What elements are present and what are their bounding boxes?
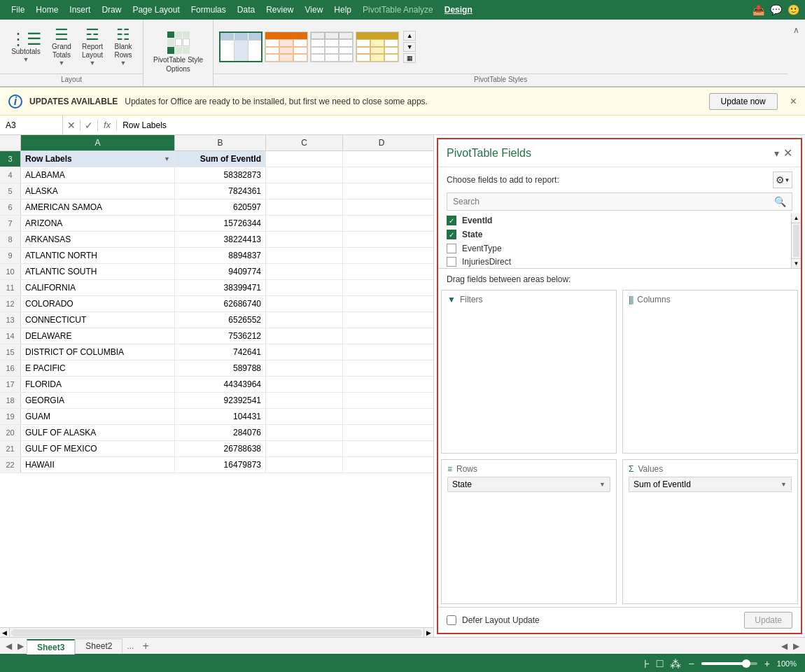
cell-c[interactable]	[266, 328, 343, 344]
cell-a[interactable]: ATLANTIC SOUTH	[21, 264, 175, 279]
cell-a[interactable]: FLORIDA	[21, 377, 175, 392]
menu-review[interactable]: Review	[260, 4, 299, 16]
page-layout-view-icon[interactable]: □	[657, 657, 664, 670]
cell-c[interactable]	[266, 296, 343, 312]
formula-enter-icon[interactable]: ✓	[80, 120, 98, 131]
cell-d[interactable]	[343, 457, 420, 472]
cell-d[interactable]	[343, 183, 420, 199]
cell-a[interactable]: GULF OF ALASKA	[21, 425, 175, 440]
pivot-style-options-button[interactable]: PivotTable StyleOptions	[149, 29, 207, 76]
page-break-view-icon[interactable]: ⁂	[670, 657, 681, 671]
grand-totals-button[interactable]: ☰ GrandTotals ▼	[48, 24, 76, 69]
cell-c[interactable]	[266, 425, 343, 440]
sheet-body[interactable]: 3Row Labels▼Sum of EventId4ALABAMA583828…	[0, 151, 433, 627]
cell-a[interactable]: ARKANSAS	[21, 232, 175, 247]
update-now-button[interactable]: Update now	[709, 93, 778, 110]
cell-reference-box[interactable]: A3	[0, 115, 63, 134]
tab-sheet3[interactable]: Sheet3	[27, 639, 75, 654]
cell-b[interactable]: 589788	[175, 360, 266, 376]
collapse-ribbon-button[interactable]: ∧	[788, 22, 805, 38]
tab-scroll-right[interactable]: ▶	[790, 641, 802, 651]
field-eventid-checkbox[interactable]: ✓	[447, 216, 456, 225]
cell-d[interactable]	[343, 377, 420, 392]
cell-a[interactable]: GUAM	[21, 409, 175, 424]
subtotals-button[interactable]: ⋮☰ Subtotals ▼	[6, 28, 46, 66]
rows-state-dropdown-icon[interactable]: ▼	[599, 481, 606, 488]
menu-formulas[interactable]: Formulas	[186, 4, 232, 16]
normal-view-icon[interactable]: ⊦	[644, 657, 650, 671]
cell-d[interactable]	[343, 328, 420, 344]
field-eventid[interactable]: ✓ EventId	[438, 214, 791, 227]
cell-c[interactable]	[266, 312, 343, 328]
field-state[interactable]: ✓ State	[438, 227, 791, 241]
cell-c[interactable]	[266, 377, 343, 392]
cell-b[interactable]: 7824361	[175, 183, 266, 199]
tab-sheet2[interactable]: Sheet2	[75, 638, 122, 654]
cell-b[interactable]: 38224413	[175, 232, 266, 247]
cell-c[interactable]	[266, 441, 343, 456]
fields-scroll-up[interactable]: ▲	[792, 214, 801, 223]
cell-d[interactable]	[343, 232, 420, 247]
cell-c[interactable]	[266, 183, 343, 199]
cell-a[interactable]: Row Labels▼	[21, 151, 175, 167]
cell-c[interactable]	[266, 248, 343, 263]
field-eventtype-checkbox[interactable]	[447, 244, 456, 253]
tab-more[interactable]: ...	[122, 641, 138, 651]
update-bar-close-icon[interactable]: ×	[790, 95, 797, 108]
cell-b[interactable]: 620597	[175, 200, 266, 215]
styles-scroll-down[interactable]: ▼	[403, 42, 416, 52]
comment-icon[interactable]: 💬	[770, 4, 782, 15]
tab-nav-next[interactable]: ▶	[15, 641, 27, 651]
formula-content[interactable]: Row Labels	[117, 120, 805, 130]
cell-d[interactable]	[343, 216, 420, 231]
cell-d[interactable]	[343, 151, 420, 167]
cell-a[interactable]: CALIFORNIA	[21, 280, 175, 295]
cell-a[interactable]: E PACIFIC	[21, 360, 175, 376]
menu-view[interactable]: View	[300, 4, 329, 16]
share-icon[interactable]: 📤	[752, 4, 764, 15]
menu-draw[interactable]: Draw	[96, 4, 127, 16]
values-sum-eventid-tag[interactable]: Sum of EventId ▼	[629, 477, 792, 492]
cell-d[interactable]	[343, 409, 420, 424]
cell-c[interactable]	[266, 264, 343, 279]
menu-file[interactable]: File	[6, 4, 30, 16]
cell-b[interactable]: 6526552	[175, 312, 266, 328]
cell-b[interactable]: 104431	[175, 409, 266, 424]
menu-design[interactable]: Design	[439, 4, 478, 16]
cell-a[interactable]: COLORADO	[21, 296, 175, 312]
cell-b[interactable]: 7536212	[175, 328, 266, 344]
cell-a[interactable]: CONNECTICUT	[21, 312, 175, 328]
menu-insert[interactable]: Insert	[64, 4, 96, 16]
field-eventtype[interactable]: EventType	[438, 241, 791, 255]
styles-scroll-up[interactable]: ▲	[403, 31, 416, 41]
style-item-1[interactable]	[219, 31, 262, 62]
cell-a[interactable]: HAWAII	[21, 457, 175, 472]
field-injuries-direct[interactable]: InjuriesDirect	[438, 255, 791, 268]
cell-c[interactable]	[266, 344, 343, 360]
cell-b[interactable]: 742641	[175, 344, 266, 360]
cell-d[interactable]	[343, 441, 420, 456]
cell-d[interactable]	[343, 360, 420, 376]
pivot-search-input[interactable]	[447, 194, 769, 209]
cell-d[interactable]	[343, 167, 420, 183]
menu-data[interactable]: Data	[232, 4, 260, 16]
horizontal-scroll[interactable]: ◀ ▶	[0, 627, 433, 637]
cell-a[interactable]: ALASKA	[21, 183, 175, 199]
cell-a[interactable]: DISTRICT OF COLUMBIA	[21, 344, 175, 360]
cell-b[interactable]: 9409774	[175, 264, 266, 279]
tab-nav-prev[interactable]: ◀	[3, 641, 15, 651]
cell-a[interactable]: AMERICAN SAMOA	[21, 200, 175, 215]
menu-home[interactable]: Home	[30, 4, 64, 16]
cell-b[interactable]: 26788638	[175, 441, 266, 456]
cell-a[interactable]: GULF OF MEXICO	[21, 441, 175, 456]
styles-expand[interactable]: ▦	[403, 53, 416, 63]
cell-d[interactable]	[343, 296, 420, 312]
pivot-settings-button[interactable]: ⚙ ▼	[773, 172, 792, 188]
pivot-search-box[interactable]: 🔍	[447, 192, 792, 211]
cell-a[interactable]: ALABAMA	[21, 167, 175, 183]
cell-c[interactable]	[266, 232, 343, 247]
cell-d[interactable]	[343, 393, 420, 408]
zoom-in-icon[interactable]: +	[764, 658, 770, 669]
style-item-2[interactable]	[265, 31, 308, 62]
cell-c[interactable]	[266, 393, 343, 408]
